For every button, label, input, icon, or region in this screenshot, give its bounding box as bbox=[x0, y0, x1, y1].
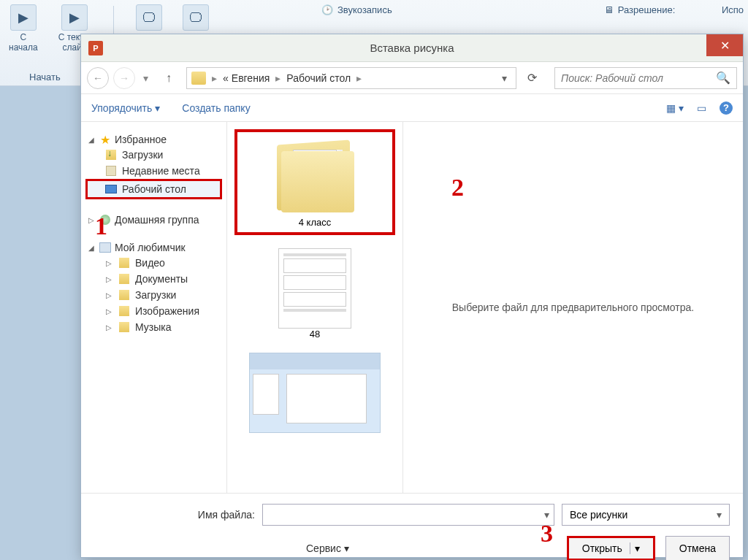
sidebar-item-video[interactable]: ▷Видео bbox=[85, 255, 222, 271]
sidebar-item-pictures[interactable]: ▷Изображения bbox=[85, 303, 222, 319]
chevron-down-icon: ▾ bbox=[155, 102, 160, 114]
downloads-icon bbox=[104, 149, 118, 161]
chevron-down-icon[interactable]: ▾ bbox=[630, 542, 640, 554]
label: С начала bbox=[9, 32, 38, 53]
folder-icon bbox=[271, 137, 359, 217]
new-folder-button[interactable]: Создать папку bbox=[182, 102, 250, 114]
toolbar: Упорядочить ▾ Создать папку ▦ ▾ ▭ ? bbox=[81, 94, 743, 122]
screen-icon: 🖵 bbox=[136, 4, 162, 31]
search-box[interactable]: 🔍 bbox=[554, 67, 737, 89]
chevron-down-icon: ▾ bbox=[679, 102, 684, 114]
sidebar-item-desktop[interactable]: Рабочий стол bbox=[85, 179, 222, 199]
clock-icon: 🕑 bbox=[321, 4, 333, 15]
tools-menu[interactable]: Сервис ▾ bbox=[306, 542, 349, 554]
ribbon-btn-a[interactable]: 🖵 bbox=[133, 3, 165, 34]
organize-menu[interactable]: Упорядочить ▾ bbox=[91, 102, 160, 114]
slide-play-icon: ▶ bbox=[61, 4, 88, 31]
breadcrumb-segment[interactable]: Евгения bbox=[232, 72, 270, 84]
sidebar-item-downloads2[interactable]: ▷Загрузки bbox=[85, 287, 222, 303]
refresh-button[interactable]: ⟳ bbox=[521, 67, 543, 89]
ribbon-from-start[interactable]: ▶ С начала bbox=[6, 3, 41, 54]
file-pane: 4 класс 48 bbox=[227, 122, 402, 493]
play-icon: ▶ bbox=[10, 4, 37, 31]
arrow-icon: ▷ bbox=[104, 307, 113, 315]
sidebar-favorites[interactable]: ◢★Избранное bbox=[85, 132, 222, 147]
folder-icon bbox=[191, 72, 206, 85]
filename-label: Имя файла: bbox=[94, 509, 255, 521]
file-item-presentation[interactable] bbox=[234, 353, 395, 433]
file-label: 48 bbox=[310, 329, 320, 340]
nav-back-button[interactable]: ← bbox=[87, 67, 109, 89]
search-input[interactable] bbox=[561, 72, 716, 84]
screen-icon: 🖵 bbox=[183, 4, 209, 31]
preview-toggle-button[interactable]: ▭ bbox=[697, 102, 706, 114]
close-button[interactable]: ✕ bbox=[706, 34, 743, 56]
sidebar-computer[interactable]: ◢Мой любимчик bbox=[85, 240, 222, 255]
help-icon[interactable]: ? bbox=[720, 101, 733, 115]
file-label: 4 класс bbox=[299, 217, 332, 228]
nav-up-button[interactable]: ↑ bbox=[160, 69, 178, 87]
arrow-icon: ▷ bbox=[104, 323, 113, 331]
view-mode-button[interactable]: ▦ ▾ bbox=[666, 102, 684, 114]
chevron-down-icon: ▾ bbox=[717, 509, 722, 521]
computer-icon bbox=[99, 242, 112, 253]
nav-history-button[interactable]: ▾ bbox=[140, 67, 151, 89]
arrow-icon: ◢ bbox=[87, 244, 96, 252]
dialog-body: ◢★Избранное Загрузки Недавние места Рабо… bbox=[81, 122, 743, 493]
arrow-icon: ▷ bbox=[104, 275, 113, 283]
sidebar-item-recent[interactable]: Недавние места bbox=[85, 163, 222, 179]
folder-icon bbox=[118, 273, 131, 285]
document-icon bbox=[278, 248, 351, 329]
search-icon[interactable]: 🔍 bbox=[716, 71, 730, 85]
desktop-icon bbox=[104, 183, 118, 195]
file-item-document[interactable]: 48 bbox=[234, 248, 395, 340]
dialog-footer: Имя файла: ▾ Все рисунки▾ Сервис ▾ Откры… bbox=[81, 493, 743, 560]
annotation-3: 3 bbox=[541, 520, 553, 548]
filename-input[interactable]: ▾ bbox=[262, 504, 554, 526]
sound-recording[interactable]: 🕑Звукозапись bbox=[321, 4, 392, 15]
sidebar-item-music[interactable]: ▷Музыка bbox=[85, 319, 222, 335]
arrow-icon: ▷ bbox=[104, 291, 113, 299]
file-item-folder[interactable]: 4 класс bbox=[234, 129, 395, 235]
sidebar-item-downloads[interactable]: Загрузки bbox=[85, 147, 222, 163]
sidebar-item-documents[interactable]: ▷Документы bbox=[85, 271, 222, 287]
ribbon-right: Испо bbox=[722, 4, 744, 15]
navbar: ← → ▾ ↑ ▸ « Евгения ▸ Рабочий стол ▸ ▾ ⟳… bbox=[81, 62, 743, 94]
arrow-icon: ◢ bbox=[87, 136, 96, 144]
filetype-select[interactable]: Все рисунки▾ bbox=[562, 504, 730, 526]
ribbon-mid: 🕑Звукозапись 🖥Разрешение: bbox=[321, 4, 675, 15]
folder-icon bbox=[118, 305, 131, 317]
folder-icon bbox=[118, 257, 131, 269]
ribbon-btn-b[interactable]: 🖵 bbox=[180, 3, 212, 34]
nav-forward-button[interactable]: → bbox=[113, 67, 135, 89]
insert-picture-dialog: P Вставка рисунка ✕ ← → ▾ ↑ ▸ « Евгения … bbox=[80, 34, 744, 558]
annotation-1: 1 bbox=[95, 212, 107, 240]
folder-icon bbox=[118, 289, 131, 301]
folder-icon bbox=[118, 321, 131, 333]
presentation-icon bbox=[249, 353, 381, 433]
chevron-down-icon[interactable]: ▾ bbox=[544, 509, 549, 521]
star-icon: ★ bbox=[99, 134, 112, 145]
sidebar: ◢★Избранное Загрузки Недавние места Рабо… bbox=[81, 122, 227, 493]
resolution[interactable]: 🖥Разрешение: bbox=[604, 4, 676, 15]
preview-placeholder: Выберите файл для предварительного просм… bbox=[452, 302, 694, 313]
start-section-label: Начать bbox=[29, 72, 61, 83]
open-button[interactable]: Открыть▾ bbox=[567, 536, 655, 560]
chevron-down-icon: ▾ bbox=[344, 542, 349, 554]
titlebar: P Вставка рисунка ✕ bbox=[81, 34, 743, 62]
recent-icon bbox=[104, 165, 118, 177]
arrow-icon: ▷ bbox=[104, 259, 113, 267]
breadcrumb-segment[interactable]: Рабочий стол bbox=[286, 72, 351, 84]
chevron-down-icon[interactable]: ▾ bbox=[497, 72, 511, 84]
dialog-title: Вставка рисунка bbox=[81, 42, 743, 54]
cancel-button[interactable]: Отмена bbox=[665, 536, 730, 560]
annotation-2: 2 bbox=[451, 174, 464, 202]
breadcrumb[interactable]: ▸ « Евгения ▸ Рабочий стол ▸ ▾ bbox=[186, 67, 516, 89]
monitor-icon: 🖥 bbox=[604, 4, 614, 15]
